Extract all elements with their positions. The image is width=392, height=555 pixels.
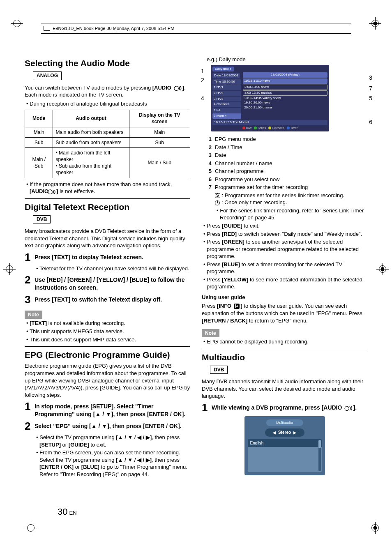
- series-icon: S: [215, 193, 220, 198]
- panel-tab: Multiaudio: [266, 419, 303, 426]
- intro-text: Many broadcasters provide a DVB Teletext…: [25, 228, 190, 249]
- step-number: 1: [25, 252, 35, 263]
- th-mode: Mode: [25, 110, 53, 127]
- panel-list-item: English: [248, 439, 322, 447]
- registration-mark: [3, 263, 16, 275]
- th-output: Audio output: [53, 110, 129, 127]
- user-guide-heading: Using user guide: [202, 294, 367, 301]
- note-text: If the programme does not have more than…: [25, 181, 190, 195]
- callout-5: 5: [369, 94, 372, 102]
- callout-4: 4: [201, 94, 204, 102]
- example-label: e.g.) Daily mode: [207, 56, 367, 63]
- callout-6: 6: [369, 118, 372, 126]
- callout-1: 1: [201, 67, 204, 75]
- registration-mark: [376, 263, 389, 275]
- tag-analog: ANALOG: [33, 71, 62, 80]
- callout-7: 7: [369, 85, 372, 92]
- panel-list: English: [248, 439, 322, 472]
- page-number: 30EN: [58, 506, 77, 518]
- audio-mode-table: Mode Audio output Display on the TV scre…: [25, 110, 190, 178]
- left-arrow-icon: ◀: [273, 431, 276, 435]
- panel-selector: ◀Stereo▶: [265, 428, 304, 437]
- heading-epg: EPG (Electronic Programme Guide): [25, 346, 190, 361]
- multiaudio-panel: Multiaudio ◀Stereo▶ English: [244, 416, 325, 475]
- right-column: e.g.) Daily mode 1 2 4 3 7 5 6 Daily mod…: [202, 54, 367, 479]
- heading-multiaudio: Multiaudio: [202, 349, 367, 363]
- bullet-text: During reception of analogue bilingual b…: [25, 100, 190, 108]
- scrollbar: [318, 440, 321, 471]
- tag-dvb: DVB: [33, 215, 51, 223]
- tag-dvb: DVB: [210, 366, 228, 374]
- epg-figure: 1 2 4 3 7 5 6 Daily mode Date 18/01/2008…: [202, 65, 367, 131]
- book-icon: [44, 26, 50, 31]
- info-icon: i+: [234, 304, 240, 309]
- callout-legend: 1EPG menu mode 2Date / Time 3Date 4Chann…: [202, 136, 367, 221]
- epg-screen: Daily mode Date 18/01/2008 Time 10:30:56…: [211, 65, 329, 131]
- registration-mark: [25, 522, 37, 534]
- th-display: Display on the TV screen: [129, 110, 190, 127]
- intro-text: You can switch between TV audio modes by…: [25, 84, 190, 99]
- epg-color-buttons: D/W Series Extended Timer: [212, 126, 327, 130]
- registration-mark: [369, 522, 381, 534]
- page-header-text: E9NG1BD_EN.book Page 30 Monday, April 7,…: [53, 25, 174, 32]
- left-column: Selecting the Audio Mode ANALOG You can …: [25, 54, 190, 479]
- heading-audio-mode: Selecting the Audio Mode: [25, 58, 190, 69]
- callout-3: 3: [369, 74, 372, 82]
- clock-icon: [215, 200, 220, 205]
- callout-2: 2: [201, 76, 204, 84]
- page-header: E9NG1BD_EN.book Page 30 Monday, April 7,…: [41, 23, 351, 34]
- heading-teletext: Digital Teletext Reception: [25, 198, 190, 213]
- audio-icon: ◯)): [174, 85, 182, 91]
- note-heading: Note: [202, 329, 219, 337]
- registration-mark: [369, 17, 381, 30]
- audio-icon: ◯)): [51, 189, 55, 195]
- note-heading: Note: [25, 311, 42, 319]
- step-text: Press [TEXT] to display Teletext screen.: [35, 252, 190, 263]
- manual-page: E9NG1BD_EN.book Page 30 Monday, April 7,…: [0, 0, 392, 555]
- right-arrow-icon: ▶: [293, 431, 296, 435]
- audio-icon: ◯)): [344, 405, 352, 411]
- epg-mode-title: Daily mode: [212, 67, 234, 72]
- registration-mark: [11, 17, 23, 30]
